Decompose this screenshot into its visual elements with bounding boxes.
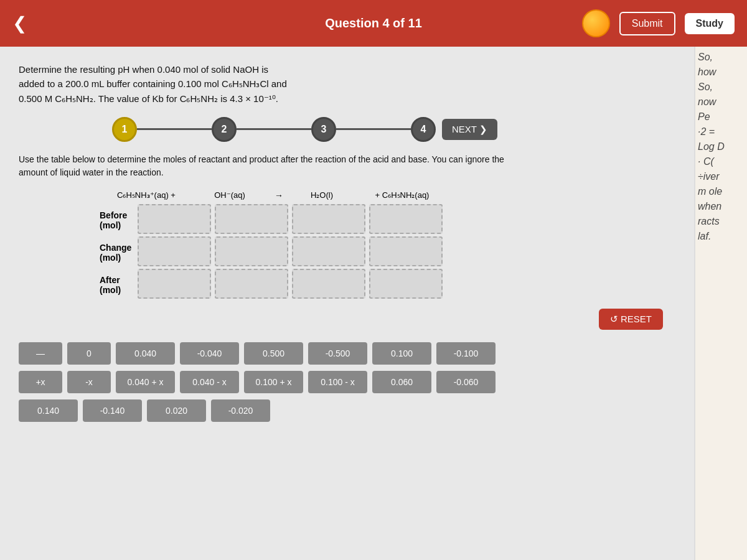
avatar-icon xyxy=(582,9,610,37)
note-line-13: laf. xyxy=(698,231,745,242)
value-row-2: +x -x 0.040 + x 0.040 - x 0.100 + x 0.10… xyxy=(19,371,675,393)
val-btn-neg0100[interactable]: -0.100 xyxy=(436,342,496,365)
reaction-table: Before(mol) Change(mol) After(mol) xyxy=(100,204,675,301)
val-btn-neg0060[interactable]: -0.060 xyxy=(436,371,496,393)
note-line-6: ·2 = xyxy=(698,126,745,138)
val-btn-0100negx[interactable]: 0.100 - x xyxy=(308,371,367,393)
study-button[interactable]: Study xyxy=(685,13,735,34)
after-col3-cell[interactable] xyxy=(292,269,365,299)
reset-area: ↺ RESET xyxy=(19,309,663,330)
note-line-12: racts xyxy=(698,216,745,227)
value-row-3: 0.140 -0.140 0.020 -0.020 xyxy=(19,399,675,422)
submit-button[interactable]: Submit xyxy=(619,12,675,35)
step-indicators: 1 2 3 4 NEXT ❯ xyxy=(112,117,675,142)
eq-arrow: → xyxy=(266,190,291,200)
val-btn-0100[interactable]: 0.100 xyxy=(372,342,431,365)
reset-button[interactable]: ↺ RESET xyxy=(599,309,663,330)
after-col1-cell[interactable] xyxy=(138,269,211,299)
before-col2-cell[interactable] xyxy=(215,204,288,234)
change-row xyxy=(138,236,443,266)
change-col1-cell[interactable] xyxy=(138,236,211,266)
val-btn-0040[interactable]: 0.040 xyxy=(116,342,175,365)
question-line2: added to a 200.0 mL buffer containing 0.… xyxy=(19,78,287,89)
note-line-8: · C( xyxy=(698,156,745,167)
eq-col2: OH⁻(aq) xyxy=(195,190,264,200)
note-line-5: Pe xyxy=(698,111,745,123)
row-label-change: Change(mol) xyxy=(100,236,138,269)
step-separator-2 xyxy=(237,128,311,130)
question-line3: 0.500 M C₆H₅NH₂. The value of Kb for C₆H… xyxy=(19,93,278,104)
before-col1-cell[interactable] xyxy=(138,204,211,234)
row-labels: Before(mol) Change(mol) After(mol) xyxy=(100,204,138,301)
top-bar: ❮ Question 4 of 11 Submit Study xyxy=(0,0,747,47)
val-btn-0500[interactable]: 0.500 xyxy=(244,342,303,365)
note-line-4: now xyxy=(698,96,745,108)
step-2[interactable]: 2 xyxy=(212,117,237,142)
row-label-after: After(mol) xyxy=(100,269,138,301)
back-button[interactable]: ❮ xyxy=(12,13,27,34)
note-line-7: Log D xyxy=(698,141,745,152)
step-1[interactable]: 1 xyxy=(112,117,137,142)
step-separator-3 xyxy=(336,128,411,130)
question-text: Determine the resulting pH when 0.040 mo… xyxy=(19,62,504,106)
note-line-11: when xyxy=(698,201,745,212)
val-btn-0[interactable]: 0 xyxy=(67,342,111,365)
question-counter: Question 4 of 11 xyxy=(325,16,422,30)
val-btn-0140[interactable]: 0.140 xyxy=(19,399,78,422)
val-btn-neg0020[interactable]: -0.020 xyxy=(211,399,270,422)
reaction-section: C₆H₅NH₃⁺(aq) + OH⁻(aq) → H₂O(l) + C₆H₅NH… xyxy=(100,190,675,301)
val-btn-0060[interactable]: 0.060 xyxy=(372,371,431,393)
val-btn-neg0040[interactable]: -0.040 xyxy=(180,342,239,365)
value-buttons-area: — 0 0.040 -0.040 0.500 -0.500 0.100 -0.1… xyxy=(19,342,675,422)
sidebar-right: So, how So, now Pe ·2 = Log D · C( ÷iver… xyxy=(694,47,747,560)
step-3[interactable]: 3 xyxy=(311,117,336,142)
note-line-2: how xyxy=(698,67,745,78)
main-content: Determine the resulting pH when 0.040 mo… xyxy=(0,47,694,560)
next-button[interactable]: NEXT ❯ xyxy=(442,119,497,140)
eq-col1: C₆H₅NH₃⁺(aq) + xyxy=(100,190,193,200)
val-btn-0040negx[interactable]: 0.040 - x xyxy=(180,371,239,393)
step-separator-1 xyxy=(137,128,212,130)
row-label-before: Before(mol) xyxy=(100,204,138,236)
before-col3-cell[interactable] xyxy=(292,204,365,234)
grid-area xyxy=(138,204,443,299)
change-col3-cell[interactable] xyxy=(292,236,365,266)
note-line-9: ÷iver xyxy=(698,171,745,182)
question-line1: Determine the resulting pH when 0.040 mo… xyxy=(19,64,268,75)
before-col4-cell[interactable] xyxy=(369,204,443,234)
note-line-1: So, xyxy=(698,52,745,63)
reaction-equation-header: C₆H₅NH₃⁺(aq) + OH⁻(aq) → H₂O(l) + C₆H₅NH… xyxy=(100,190,675,200)
val-btn-0040plusx[interactable]: 0.040 + x xyxy=(116,371,175,393)
eq-col4: H₂O(l) xyxy=(294,190,350,200)
eq-col5: + C₆H₅NH₂(aq) xyxy=(352,190,452,200)
val-btn-dash[interactable]: — xyxy=(19,342,62,365)
step-4[interactable]: 4 xyxy=(411,117,436,142)
value-row-1: — 0 0.040 -0.040 0.500 -0.500 0.100 -0.1… xyxy=(19,342,675,365)
change-col4-cell[interactable] xyxy=(369,236,443,266)
val-btn-negx[interactable]: -x xyxy=(67,371,111,393)
val-btn-0020[interactable]: 0.020 xyxy=(147,399,206,422)
val-btn-0100plusx[interactable]: 0.100 + x xyxy=(244,371,303,393)
instruction-text: Use the table below to determine the mol… xyxy=(19,153,504,179)
note-line-10: m ole xyxy=(698,186,745,197)
after-row xyxy=(138,269,443,299)
val-btn-neg0140[interactable]: -0.140 xyxy=(83,399,142,422)
after-col4-cell[interactable] xyxy=(369,269,443,299)
val-btn-neg0500[interactable]: -0.500 xyxy=(308,342,367,365)
change-col2-cell[interactable] xyxy=(215,236,288,266)
before-row xyxy=(138,204,443,234)
after-col2-cell[interactable] xyxy=(215,269,288,299)
val-btn-plusx[interactable]: +x xyxy=(19,371,62,393)
note-line-3: So, xyxy=(698,82,745,93)
